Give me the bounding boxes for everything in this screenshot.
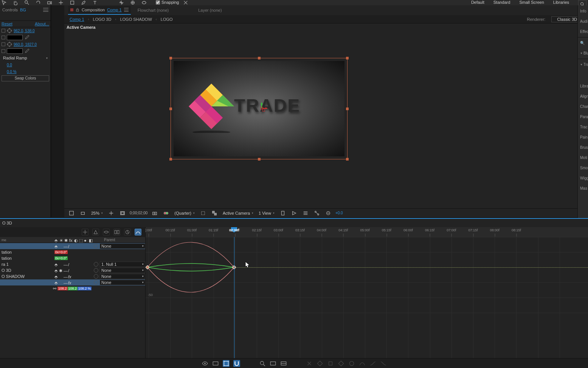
panel-menu-icon[interactable] xyxy=(124,8,129,12)
switches-icon[interactable]: ◧ xyxy=(89,238,93,242)
auto-zoom-graph-icon[interactable] xyxy=(259,360,266,367)
keyframe-value[interactable]: 0x+0.0° xyxy=(54,250,68,254)
selection-handle[interactable] xyxy=(169,158,172,161)
tool-zoom[interactable] xyxy=(24,0,32,5)
parent-dropdown[interactable]: None▾ xyxy=(100,280,145,285)
start-point-value[interactable]: 962.0, 538.0 xyxy=(14,29,35,33)
convert-auto-bezier-icon[interactable] xyxy=(348,360,355,367)
timeline-tab[interactable]: O 3D xyxy=(2,221,12,225)
frame-blend-icon[interactable] xyxy=(113,229,120,235)
reset-exposure-icon[interactable] xyxy=(324,209,332,217)
snapshot-icon[interactable] xyxy=(150,209,159,217)
layer-row[interactable]: O 3D⬘✱—/None▾ xyxy=(0,267,145,273)
start-color-swatch[interactable] xyxy=(7,35,23,40)
eye-icon[interactable] xyxy=(202,360,208,367)
selection-handle[interactable] xyxy=(346,108,349,110)
panel-menu-icon[interactable] xyxy=(43,8,48,12)
tool-shape[interactable] xyxy=(70,0,77,5)
right-tab-brushes[interactable]: Brus xyxy=(578,142,588,153)
selection-handle[interactable] xyxy=(169,57,172,59)
graph-editor-icon[interactable] xyxy=(135,229,141,235)
always-preview-icon[interactable] xyxy=(67,209,76,217)
view-layout-dropdown[interactable]: 1 View▾ xyxy=(258,211,276,215)
choose-graph-type-icon[interactable] xyxy=(212,360,219,367)
selection-handle[interactable] xyxy=(258,158,261,161)
right-tab-mask[interactable]: Mas xyxy=(578,183,588,193)
layer-tab[interactable]: Layer (none) xyxy=(198,8,222,12)
tool-hand[interactable] xyxy=(13,0,20,5)
start-point-stopwatch[interactable] xyxy=(2,29,5,33)
workspace-standard[interactable]: Standard xyxy=(493,0,510,5)
right-tab-wiggler[interactable]: Wigg xyxy=(578,173,588,183)
switches-icon[interactable]: ⬘ xyxy=(54,238,58,242)
scale-value[interactable]: 108.2 xyxy=(68,287,78,290)
tool-rotate[interactable] xyxy=(36,0,43,5)
easy-ease-in-icon[interactable] xyxy=(369,360,376,367)
tool-pan-behind[interactable] xyxy=(58,0,66,5)
edit-keyframe-icon[interactable] xyxy=(316,360,323,367)
resolution-dropdown[interactable]: (Quarter)▾ xyxy=(173,211,196,215)
switches-icon[interactable]: ☀ xyxy=(59,238,63,242)
easy-ease-icon[interactable] xyxy=(359,360,366,367)
search-icon[interactable]: 🔍 xyxy=(578,38,588,48)
right-tab-motion[interactable]: Moti xyxy=(578,153,588,163)
roi-icon[interactable] xyxy=(199,209,207,217)
pixel-aspect-icon[interactable] xyxy=(279,209,287,217)
tool-axis-view[interactable] xyxy=(141,0,149,5)
layer-row[interactable]: ⬘—fxNone▾ xyxy=(0,279,145,285)
graph-editor-area[interactable]: -50 xyxy=(146,237,588,358)
right-tab-paragraph[interactable]: Para xyxy=(578,112,588,122)
draft-3d-icon[interactable] xyxy=(92,229,99,235)
exposure-value[interactable]: +0.0 xyxy=(335,211,343,215)
composition-canvas[interactable]: TRADE xyxy=(172,59,346,158)
switches-icon[interactable]: ◐ xyxy=(74,238,78,242)
layer-row[interactable]: ra 1⬘—/1. Null 1▾ xyxy=(0,261,145,267)
right-tab-smoother[interactable]: Smo xyxy=(578,163,588,173)
scale-value[interactable]: 108.2 xyxy=(57,287,68,290)
blend-value[interactable]: 0.0 % xyxy=(2,70,17,74)
flowchart-tab[interactable]: Flowchart (none) xyxy=(138,8,169,12)
parent-dropdown[interactable]: None▾ xyxy=(100,268,145,273)
selection-handle[interactable] xyxy=(346,57,349,59)
start-color-stopwatch[interactable] xyxy=(2,36,5,39)
right-tab-character[interactable]: Char xyxy=(578,101,588,112)
end-point-stopwatch[interactable] xyxy=(2,42,5,46)
pickwhip-icon[interactable] xyxy=(94,244,98,248)
switches-icon[interactable]: ● xyxy=(84,238,88,242)
right-tab-libraries[interactable]: Libra xyxy=(578,81,588,91)
magnification-icon[interactable] xyxy=(79,209,87,217)
selection-handle[interactable] xyxy=(346,158,349,161)
fit-all-icon[interactable] xyxy=(280,360,287,367)
layer-row[interactable]: ⬘—/None▾ xyxy=(0,243,145,249)
timeline-ruler[interactable]: ):00f00:15f01:00f01:15f02:00f02:15f03:00… xyxy=(146,227,588,237)
parent-dropdown[interactable]: None▾ xyxy=(100,243,145,249)
tool-axis-local[interactable] xyxy=(119,0,126,5)
fit-selection-icon[interactable] xyxy=(270,360,276,367)
right-tab-tracker[interactable]: Trac xyxy=(578,122,588,132)
workspace-default[interactable]: Default xyxy=(471,0,484,5)
parent-dropdown[interactable]: None▾ xyxy=(100,274,145,279)
eyedropper-icon[interactable] xyxy=(24,35,29,40)
shy-icon[interactable] xyxy=(103,229,110,235)
breadcrumb-comp[interactable]: Comp 1 xyxy=(70,17,84,22)
right-tab-paint[interactable]: Pain xyxy=(578,132,588,142)
scale-value[interactable]: 108.2 % xyxy=(78,287,92,290)
workspace-small-screen[interactable]: Small Screen xyxy=(519,0,544,5)
swap-colors-button[interactable]: Swap Colors xyxy=(2,75,49,81)
right-tab-audio[interactable]: Audi xyxy=(578,16,588,27)
tool-camera[interactable] xyxy=(47,0,54,5)
switches-icon[interactable]: ✱ xyxy=(64,238,68,242)
current-time-display[interactable]: 0;00;02;00 xyxy=(130,211,147,215)
fast-preview-icon[interactable] xyxy=(290,209,298,217)
comp-flowchart-icon[interactable] xyxy=(313,209,321,217)
snapping-options[interactable] xyxy=(183,0,191,5)
show-transform-box-icon[interactable] xyxy=(223,360,230,367)
layer-row[interactable]: tation0x+0.0° xyxy=(0,255,145,261)
workspace-libraries[interactable]: Libraries xyxy=(553,0,569,5)
end-color-swatch[interactable] xyxy=(7,48,23,54)
show-channel-icon[interactable] xyxy=(162,209,170,217)
right-tab-blur[interactable]: Blur xyxy=(578,48,588,58)
keyframe-value[interactable]: 0x+0.0° xyxy=(54,256,68,260)
workspace-search-icon[interactable] xyxy=(578,0,586,5)
layer-row[interactable]: O SHADOW⬘—fxNone▾ xyxy=(0,273,145,279)
